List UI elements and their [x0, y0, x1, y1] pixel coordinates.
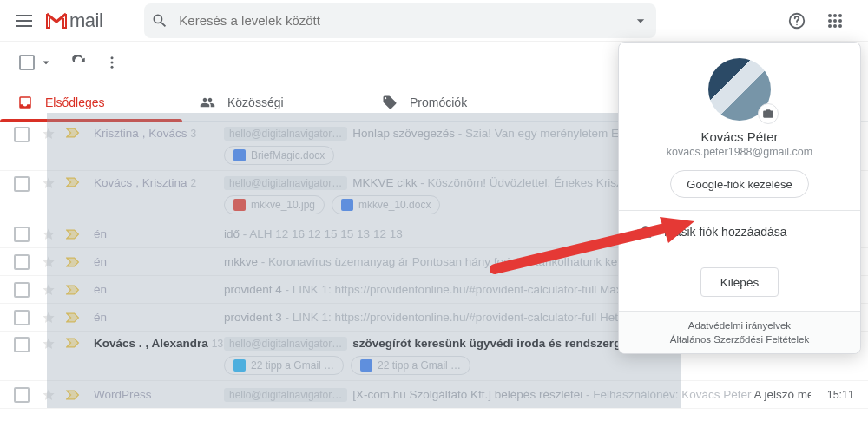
camera-icon: [762, 108, 774, 120]
svg-point-2: [828, 14, 832, 17]
account-popover: Kovács Péter kovacs.peter1988@gmail.com …: [618, 42, 861, 354]
main-menu-button[interactable]: [7, 3, 42, 38]
svg-point-13: [111, 66, 114, 69]
search-input[interactable]: [179, 13, 632, 28]
svg-point-11: [111, 56, 114, 59]
refresh-button[interactable]: [71, 55, 87, 70]
importance-marker[interactable]: [66, 127, 82, 139]
select-dropdown-icon[interactable]: [38, 55, 54, 70]
select-all-checkbox[interactable]: [19, 55, 35, 70]
file-icon: [233, 149, 246, 161]
person-add-icon: [635, 223, 652, 240]
email-sender: én: [94, 227, 224, 240]
star-button[interactable]: [40, 255, 57, 269]
file-icon: [360, 359, 372, 372]
apps-icon: [827, 13, 843, 29]
svg-point-9: [833, 24, 837, 28]
tag-icon: [382, 95, 398, 110]
row-checkbox[interactable]: [14, 310, 30, 326]
gmail-logo-icon: [45, 12, 68, 30]
file-icon: [233, 359, 246, 372]
tab-primary-label: Elsődleges: [45, 95, 105, 109]
email-body: hello@digitalnavigator…[X-com.hu Szolgál…: [224, 388, 811, 402]
privacy-link[interactable]: Adatvédelmi irányelvek: [688, 320, 791, 331]
tab-social-label: Közösségi: [227, 95, 284, 109]
inbox-icon: [17, 95, 33, 110]
manage-account-button[interactable]: Google-fiók kezelése: [670, 170, 808, 198]
add-account-label: Másik fiók hozzáadása: [664, 225, 787, 239]
svg-point-3: [833, 14, 837, 17]
star-button[interactable]: [40, 227, 57, 241]
svg-point-10: [838, 24, 842, 28]
add-account-button[interactable]: Másik fiók hozzáadása: [619, 210, 860, 253]
draft-label: hello@digitalnavigator…: [224, 337, 347, 351]
tab-promotions-label: Promóciók: [410, 95, 467, 109]
file-icon: [233, 199, 246, 211]
account-email: kovacs.peter1988@gmail.com: [667, 146, 812, 158]
search-icon: [151, 12, 168, 30]
change-avatar-button[interactable]: [758, 103, 779, 124]
search-bar[interactable]: [144, 3, 656, 38]
svg-point-8: [828, 24, 832, 28]
row-checkbox[interactable]: [14, 282, 30, 298]
file-icon: [341, 199, 353, 211]
search-options-icon[interactable]: [632, 12, 649, 30]
row-checkbox[interactable]: [14, 254, 30, 270]
tab-social[interactable]: Közösségi: [182, 83, 365, 121]
svg-point-5: [828, 19, 832, 23]
importance-marker[interactable]: [66, 389, 82, 401]
email-sender: Krisztina, Kovács 3: [94, 127, 224, 140]
email-sender: én: [94, 255, 224, 268]
email-sender: WordPress: [94, 388, 224, 401]
account-name: Kovács Péter: [700, 129, 778, 144]
svg-point-1: [796, 23, 797, 24]
importance-marker[interactable]: [66, 256, 82, 268]
email-sender: én: [94, 311, 224, 324]
draft-label: hello@digitalnavigator…: [224, 127, 347, 141]
email-time: 15:11: [811, 389, 854, 401]
signout-button[interactable]: Kilépés: [700, 267, 779, 297]
attachment-chip[interactable]: BriefMagic.docx: [224, 146, 334, 165]
row-checkbox[interactable]: [14, 176, 30, 192]
star-button[interactable]: [40, 388, 57, 402]
email-row[interactable]: WordPress hello@digitalnavigator…[X-com.…: [0, 381, 868, 409]
email-sender: Kovács, Krisztina 2: [94, 176, 224, 189]
attachment-chip[interactable]: 22 tipp a Gmail …: [351, 356, 470, 375]
logo-text: mail: [69, 10, 102, 32]
email-sender: én: [94, 283, 224, 296]
tab-primary[interactable]: Elsődleges: [0, 83, 182, 121]
importance-marker[interactable]: [66, 228, 82, 240]
attachment-chip[interactable]: mkkve_10.docx: [332, 195, 440, 214]
attachment-chip[interactable]: mkkve_10.jpg: [224, 195, 325, 214]
people-icon: [200, 95, 215, 110]
apps-button[interactable]: [819, 5, 851, 36]
importance-marker[interactable]: [66, 337, 82, 349]
row-checkbox[interactable]: [14, 127, 30, 142]
importance-marker[interactable]: [66, 176, 82, 188]
help-button[interactable]: [781, 5, 812, 36]
row-checkbox[interactable]: [14, 387, 30, 403]
star-button[interactable]: [40, 176, 57, 190]
draft-label: hello@digitalnavigator…: [224, 176, 347, 190]
svg-point-4: [838, 14, 842, 17]
refresh-icon: [71, 55, 87, 70]
more-button[interactable]: [104, 55, 120, 70]
tab-promotions[interactable]: Promóciók: [365, 83, 547, 121]
more-icon: [104, 55, 120, 70]
svg-point-6: [833, 19, 837, 23]
star-button[interactable]: [40, 283, 57, 297]
star-button[interactable]: [40, 337, 57, 351]
star-button[interactable]: [40, 311, 57, 325]
row-checkbox[interactable]: [14, 227, 30, 242]
importance-marker[interactable]: [66, 284, 82, 296]
row-checkbox[interactable]: [14, 337, 30, 352]
importance-marker[interactable]: [66, 312, 82, 324]
svg-point-12: [111, 62, 114, 64]
svg-point-7: [838, 19, 842, 23]
gmail-logo[interactable]: mail: [45, 10, 102, 32]
draft-label: hello@digitalnavigator…: [224, 388, 347, 402]
email-sender: Kovács ., Alexandra 13: [94, 337, 224, 350]
tos-link[interactable]: Általános Szerződési Feltételek: [670, 334, 809, 345]
star-button[interactable]: [40, 127, 57, 141]
attachment-chip[interactable]: 22 tipp a Gmail …: [224, 356, 344, 375]
